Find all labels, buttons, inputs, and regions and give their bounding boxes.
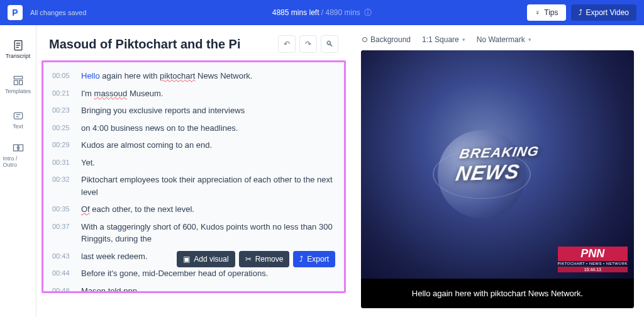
intro-outro-icon bbox=[12, 142, 25, 154]
video-preview[interactable]: BREAKING NEWS PNN PIKTOCHART • NEWS • NE… bbox=[361, 50, 634, 308]
document-icon bbox=[12, 39, 25, 52]
transcript-line[interactable]: 00:31Yet. bbox=[43, 154, 344, 172]
export-icon: ⤴ bbox=[299, 255, 303, 264]
video-frame: BREAKING NEWS PNN PIKTOCHART • NEWS • NE… bbox=[361, 50, 634, 279]
template-icon bbox=[12, 74, 25, 87]
transcript-text[interactable]: I'm massoud Museum. bbox=[81, 87, 335, 100]
svg-rect-7 bbox=[14, 113, 22, 119]
sidebar-item-label: Text bbox=[13, 123, 23, 130]
save-status: All changes saved bbox=[30, 9, 86, 16]
timestamp: 00:35 bbox=[52, 203, 81, 216]
transcript-text[interactable]: Hello again here with piktochart News Ne… bbox=[81, 70, 335, 82]
text-icon bbox=[12, 109, 25, 122]
breaking-news-graphic: BREAKING NEWS bbox=[454, 143, 540, 186]
sidebar-item-text[interactable]: Text bbox=[3, 103, 33, 136]
cut-icon: ✂ bbox=[245, 255, 252, 264]
transcript-line[interactable]: 00:44Before it's gone, mid-December head… bbox=[43, 265, 344, 282]
undo-button[interactable]: ↶ bbox=[278, 35, 296, 53]
sidebar: Transcript Templates Text Intro / Outro bbox=[0, 25, 36, 317]
undo-icon: ↶ bbox=[284, 40, 290, 48]
topbar: P All changes saved 4885 mins left / 489… bbox=[0, 0, 644, 25]
image-icon: ▣ bbox=[183, 255, 190, 264]
transcript-line[interactable]: 00:37With a staggeringly short of 600, K… bbox=[43, 218, 344, 248]
search-icon: 🔍︎ bbox=[326, 40, 333, 48]
action-bar: ▣Add visual ✂Remove ⤴Export bbox=[177, 251, 335, 267]
editor-panel: Masoud of Piktochart and the Pi ↶ ↷ 🔍︎ 0… bbox=[36, 25, 351, 317]
redo-icon: ↷ bbox=[305, 40, 311, 48]
transcript-text[interactable]: Before it's gone, mid-December head of o… bbox=[81, 267, 335, 280]
transcript-text[interactable]: With a staggeringly short of 600, Kudos … bbox=[81, 221, 335, 245]
sidebar-item-label: Templates bbox=[5, 88, 31, 94]
video-caption: Hello again here with piktochart News Ne… bbox=[361, 279, 634, 308]
transcript-line[interactable]: 00:21I'm massoud Museum. bbox=[43, 85, 344, 103]
timestamp: 00:31 bbox=[52, 157, 81, 169]
transcript-line[interactable]: 00:23Bringing you exclusive reports and … bbox=[43, 102, 344, 120]
add-visual-button[interactable]: ▣Add visual bbox=[177, 251, 235, 267]
timestamp: 00:32 bbox=[52, 174, 81, 198]
page-title[interactable]: Masoud of Piktochart and the Pi bbox=[49, 37, 274, 52]
svg-rect-6 bbox=[19, 81, 22, 85]
app-logo[interactable]: P bbox=[8, 5, 23, 20]
preview-panel: Background 1:1 Square▾ No Watermark▾ BRE… bbox=[351, 25, 644, 317]
transcript-text[interactable]: Piktochart employees took their apprecia… bbox=[81, 174, 335, 198]
transcript-line[interactable]: 00:25on 4:00 business news on to the hea… bbox=[43, 120, 344, 137]
svg-rect-4 bbox=[14, 76, 22, 79]
transcript-text[interactable]: Kudos are almost coming to an end. bbox=[81, 139, 335, 152]
aspect-selector[interactable]: 1:1 Square▾ bbox=[422, 35, 465, 44]
svg-rect-5 bbox=[14, 81, 18, 85]
sidebar-item-templates[interactable]: Templates bbox=[3, 68, 33, 101]
transcript-text[interactable]: Of each other, to the next level. bbox=[81, 203, 335, 216]
timestamp: 00:44 bbox=[52, 267, 81, 280]
transcript-text[interactable]: Bringing you exclusive reports and inter… bbox=[81, 104, 335, 117]
transcript-line[interactable]: 00:48Mason told pnn. bbox=[43, 282, 344, 294]
transcript-text[interactable]: Yet. bbox=[81, 157, 335, 169]
export-button[interactable]: ⤴Export bbox=[293, 251, 335, 267]
timestamp: 00:05 bbox=[52, 70, 81, 82]
sidebar-item-transcript[interactable]: Transcript bbox=[3, 33, 33, 65]
background-selector[interactable]: Background bbox=[362, 35, 411, 44]
pnn-watermark: PNN PIKTOCHART • NEWS • NETWORK 10:44:13 bbox=[558, 247, 628, 272]
remove-button[interactable]: ✂Remove bbox=[239, 251, 290, 267]
timestamp: 00:25 bbox=[52, 122, 81, 135]
sidebar-item-label: Transcript bbox=[6, 53, 31, 59]
watermark-selector[interactable]: No Watermark▾ bbox=[477, 35, 531, 44]
chevron-down-icon: ▾ bbox=[462, 36, 465, 43]
sidebar-item-label: Intro / Outro bbox=[3, 155, 33, 168]
upload-icon: ⤴ bbox=[579, 8, 582, 17]
transcript-line[interactable]: 00:29Kudos are almost coming to an end. bbox=[43, 136, 344, 154]
redo-button[interactable]: ↷ bbox=[299, 35, 317, 53]
circle-icon bbox=[362, 37, 367, 42]
transcript-line[interactable]: 00:32Piktochart employees took their app… bbox=[43, 171, 344, 201]
transcript-text[interactable]: Mason told pnn. bbox=[81, 285, 335, 294]
timestamp: 00:43 bbox=[52, 250, 81, 263]
sidebar-item-intro-outro[interactable]: Intro / Outro bbox=[3, 138, 33, 171]
mins-remaining: 4885 mins left / 4890 mins ⓘ bbox=[272, 8, 372, 18]
transcript-line[interactable]: 00:05Hello again here with piktochart Ne… bbox=[43, 67, 344, 85]
search-button[interactable]: 🔍︎ bbox=[321, 35, 338, 53]
transcript-text[interactable]: on 4:00 business news on to the headline… bbox=[81, 122, 335, 135]
timestamp: 00:48 bbox=[52, 285, 81, 294]
lightbulb-icon: ♀ bbox=[535, 8, 540, 17]
export-video-button[interactable]: ⤴ Export Video bbox=[571, 4, 637, 21]
timestamp: 00:29 bbox=[52, 139, 81, 152]
tips-button[interactable]: ♀ Tips bbox=[527, 4, 565, 21]
timestamp: 00:23 bbox=[52, 104, 81, 117]
chevron-down-icon: ▾ bbox=[528, 36, 531, 43]
transcript-line[interactable]: 00:35Of each other, to the next level. bbox=[43, 201, 344, 218]
transcript-list: 00:05Hello again here with piktochart Ne… bbox=[42, 60, 346, 293]
timestamp: 00:37 bbox=[52, 221, 81, 245]
timestamp: 00:21 bbox=[52, 87, 81, 100]
